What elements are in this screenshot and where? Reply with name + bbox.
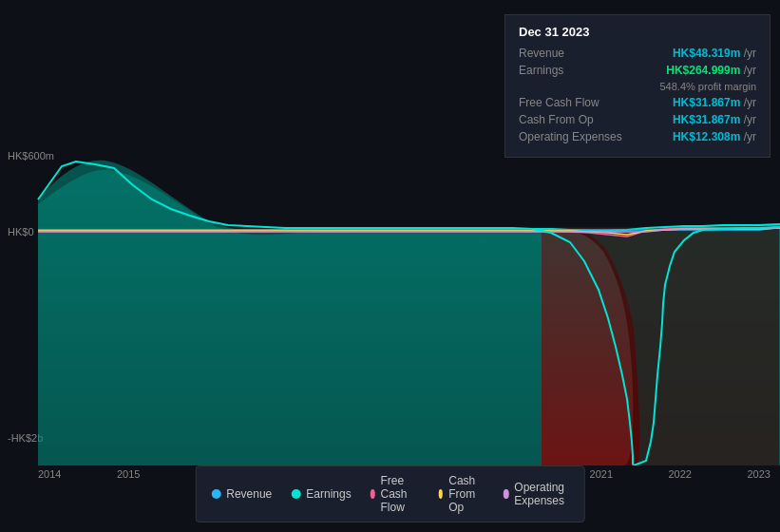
- x-label-2021: 2021: [590, 468, 613, 480]
- legend-dot-cashfromop: [438, 489, 443, 499]
- legend-label-revenue: Revenue: [226, 487, 272, 501]
- chart-legend: Revenue Earnings Free Cash Flow Cash Fro…: [195, 466, 585, 522]
- legend-item-opex: Operating Expenses: [504, 481, 569, 507]
- x-label-2014: 2014: [38, 468, 61, 480]
- tooltip-value-revenue: HK$48.319m /yr: [673, 47, 756, 60]
- tooltip-profit-margin: 548.4% profit margin: [660, 81, 757, 92]
- legend-dot-fcf: [371, 489, 375, 499]
- chart-svg: [0, 147, 780, 466]
- legend-item-earnings: Earnings: [291, 487, 351, 501]
- tooltip-row-fcf: Free Cash Flow HK$31.867m /yr: [519, 96, 756, 109]
- tooltip-label-fcf: Free Cash Flow: [519, 96, 599, 109]
- tooltip-value-opex: HK$12.308m /yr: [673, 130, 756, 143]
- x-label-2015: 2015: [117, 468, 140, 480]
- tooltip-row-revenue: Revenue HK$48.319m /yr: [519, 47, 756, 60]
- tooltip-value-fcf: HK$31.867m /yr: [673, 96, 756, 109]
- tooltip-value-cashfromop: HK$31.867m /yr: [673, 113, 756, 126]
- tooltip-row-earnings: Earnings HK$264.999m /yr: [519, 64, 756, 77]
- legend-dot-revenue: [211, 489, 220, 499]
- tooltip-label-earnings: Earnings: [519, 64, 563, 77]
- tooltip-label-opex: Operating Expenses: [519, 130, 622, 143]
- tooltip-box: Dec 31 2023 Revenue HK$48.319m /yr Earni…: [504, 14, 770, 158]
- x-label-2023: 2023: [747, 468, 770, 480]
- tooltip-row-profit-margin: 548.4% profit margin: [519, 81, 756, 92]
- legend-dot-opex: [504, 489, 508, 499]
- legend-label-opex: Operating Expenses: [514, 481, 568, 507]
- tooltip-date: Dec 31 2023: [519, 25, 756, 39]
- x-label-2022: 2022: [669, 468, 692, 480]
- tooltip-label-revenue: Revenue: [519, 47, 564, 60]
- legend-item-fcf: Free Cash Flow: [371, 474, 420, 514]
- tooltip-value-earnings: HK$264.999m /yr: [666, 64, 756, 77]
- tooltip-row-opex: Operating Expenses HK$12.308m /yr: [519, 130, 756, 143]
- tooltip-label-cashfromop: Cash From Op: [519, 113, 594, 126]
- legend-label-fcf: Free Cash Flow: [381, 474, 420, 514]
- legend-label-earnings: Earnings: [306, 487, 351, 501]
- legend-item-revenue: Revenue: [211, 487, 272, 501]
- legend-label-cashfromop: Cash From Op: [448, 474, 485, 514]
- legend-dot-earnings: [291, 489, 300, 499]
- chart-container: Dec 31 2023 Revenue HK$48.319m /yr Earni…: [0, 0, 780, 532]
- tooltip-row-cashfromop: Cash From Op HK$31.867m /yr: [519, 113, 756, 126]
- legend-item-cashfromop: Cash From Op: [438, 474, 485, 514]
